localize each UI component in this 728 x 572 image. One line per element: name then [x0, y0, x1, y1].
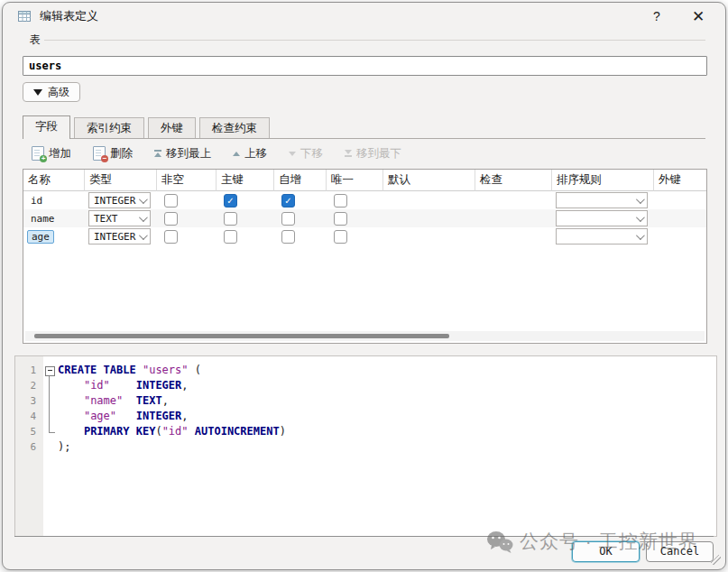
col-header-not-null[interactable]: 非空 — [157, 170, 217, 191]
sql-line: 4 "age" INTEGER, — [15, 409, 716, 424]
cell-foreign-key[interactable] — [654, 209, 706, 227]
dialog-buttons: OK Cancel — [572, 541, 714, 562]
sql-lines: 1CREATE TABLE "users" (2 "id" INTEGER,3 … — [15, 356, 716, 455]
col-header-primary-key[interactable]: 主键 — [217, 170, 274, 191]
fold-marker — [43, 409, 58, 424]
col-header-check[interactable]: 检查 — [475, 170, 552, 191]
sql-line: 3 "name" TEXT, — [15, 393, 716, 409]
tab-foreign-keys[interactable]: 外键 — [148, 117, 196, 138]
type-select-value: INTEGER — [94, 231, 135, 243]
fold-marker — [43, 424, 58, 439]
cell-auto-increment: ✓ — [274, 191, 327, 209]
button-separator — [14, 536, 714, 537]
sql-code-text: "name" TEXT, — [58, 393, 169, 409]
unique-checkbox[interactable]: ✓ — [334, 194, 347, 208]
unique-checkbox[interactable]: ✓ — [334, 212, 347, 226]
type-select[interactable]: TEXT — [88, 210, 151, 226]
auto-increment-checkbox[interactable]: ✓ — [281, 212, 295, 226]
move-down-button[interactable]: 下移 — [289, 146, 323, 161]
advanced-button[interactable]: 高级 — [23, 82, 80, 102]
cell-primary-key: ✓ — [217, 209, 274, 227]
cell-auto-increment: ✓ — [274, 209, 327, 227]
move-up-button[interactable]: 上移 — [233, 146, 267, 161]
fold-collapse-icon[interactable] — [45, 366, 55, 376]
cell-name[interactable]: age — [23, 227, 85, 245]
not-null-checkbox[interactable]: ✓ — [164, 194, 178, 208]
col-header-foreign-key[interactable]: 外键 — [654, 170, 706, 191]
collation-select[interactable] — [556, 192, 648, 208]
type-select[interactable]: INTEGER — [88, 228, 151, 244]
col-header-name[interactable]: 名称 — [23, 170, 85, 191]
primary-key-checkbox[interactable]: ✓ — [224, 212, 237, 226]
groupbox-border — [44, 40, 705, 41]
collation-select[interactable] — [556, 210, 648, 226]
cell-check[interactable] — [475, 191, 552, 209]
col-header-collation[interactable]: 排序规则 — [552, 170, 654, 191]
edit-table-dialog: 编辑表定义 ? ✕ 表 高级 字段索引约束外键检查约束 +增加−删除移到最上上移… — [2, 2, 726, 570]
add-record-icon: + — [32, 146, 44, 161]
auto-increment-checkbox[interactable]: ✓ — [281, 194, 295, 208]
col-header-unique[interactable]: 唯一 — [327, 170, 383, 191]
sql-code-text: PRIMARY KEY("id" AUTOINCREMENT) — [58, 424, 286, 439]
move-to-top-button-label: 移到最上 — [166, 146, 211, 161]
move-to-bottom-button[interactable]: 移到最下 — [345, 146, 401, 161]
ok-button[interactable]: OK — [572, 541, 640, 562]
not-null-checkbox[interactable]: ✓ — [164, 212, 178, 226]
cell-name[interactable]: name — [23, 209, 85, 227]
tab-check-constraints[interactable]: 检查约束 — [199, 117, 270, 138]
type-select-value: TEXT — [94, 213, 118, 225]
line-number: 3 — [15, 393, 43, 409]
field-row: nameTEXT✓✓✓✓ — [23, 209, 706, 227]
cell-default[interactable] — [383, 191, 475, 209]
col-header-default[interactable]: 默认 — [383, 170, 475, 191]
cell-default[interactable] — [383, 227, 475, 245]
scrollbar-thumb[interactable] — [34, 334, 449, 338]
move-up-button-label: 上移 — [244, 146, 267, 161]
table-group-label: 表 — [26, 32, 44, 48]
help-button[interactable]: ? — [644, 9, 669, 23]
sql-line: 5 PRIMARY KEY("id" AUTOINCREMENT) — [15, 424, 716, 439]
primary-key-checkbox[interactable]: ✓ — [224, 230, 237, 244]
cell-check[interactable] — [475, 209, 552, 227]
collation-select[interactable] — [556, 228, 648, 244]
unique-checkbox[interactable]: ✓ — [334, 230, 347, 244]
col-header-type[interactable]: 类型 — [85, 170, 157, 191]
tab-index-constraints[interactable]: 索引约束 — [74, 117, 144, 138]
field-row: idINTEGER✓✓✓✓ — [23, 191, 706, 209]
move-to-top-button[interactable]: 移到最上 — [154, 146, 211, 161]
remove-button[interactable]: −删除 — [93, 146, 133, 161]
chevron-down-icon — [139, 213, 148, 222]
table-name-input[interactable] — [23, 56, 707, 76]
col-header-auto-increment[interactable]: 自增 — [274, 170, 327, 191]
sql-line: 1CREATE TABLE "users" ( — [15, 363, 716, 378]
chevron-down-icon — [636, 231, 645, 240]
chevron-down-icon — [139, 195, 148, 204]
primary-key-checkbox[interactable]: ✓ — [224, 194, 237, 208]
add-button[interactable]: +增加 — [32, 146, 71, 161]
cell-collation — [552, 227, 654, 245]
titlebar: 编辑表定义 ? ✕ — [3, 3, 725, 30]
type-select[interactable]: INTEGER — [88, 192, 151, 208]
fold-marker[interactable] — [43, 363, 58, 378]
chevron-down-icon — [636, 213, 645, 222]
tab-bar: 字段索引约束外键检查约束 — [23, 116, 705, 139]
sql-code-text: ); — [58, 439, 70, 455]
fold-marker — [43, 378, 58, 393]
line-number: 4 — [15, 409, 43, 424]
move-top-icon — [154, 150, 161, 157]
tab-fields[interactable]: 字段 — [23, 115, 70, 139]
not-null-checkbox[interactable]: ✓ — [164, 230, 178, 244]
cell-primary-key: ✓ — [217, 191, 274, 209]
cancel-button[interactable]: Cancel — [646, 541, 714, 562]
cell-foreign-key[interactable] — [654, 227, 706, 245]
auto-increment-checkbox[interactable]: ✓ — [281, 230, 295, 244]
close-button[interactable]: ✕ — [686, 7, 711, 26]
cell-name[interactable]: id — [23, 191, 85, 209]
cell-unique: ✓ — [327, 227, 383, 245]
sql-editor[interactable]: 1CREATE TABLE "users" (2 "id" INTEGER,3 … — [14, 355, 717, 537]
cell-default[interactable] — [383, 209, 475, 227]
cell-foreign-key[interactable] — [654, 191, 706, 209]
horizontal-scrollbar[interactable] — [25, 331, 705, 341]
cell-check[interactable] — [475, 227, 552, 245]
resize-grip[interactable] — [711, 555, 721, 565]
